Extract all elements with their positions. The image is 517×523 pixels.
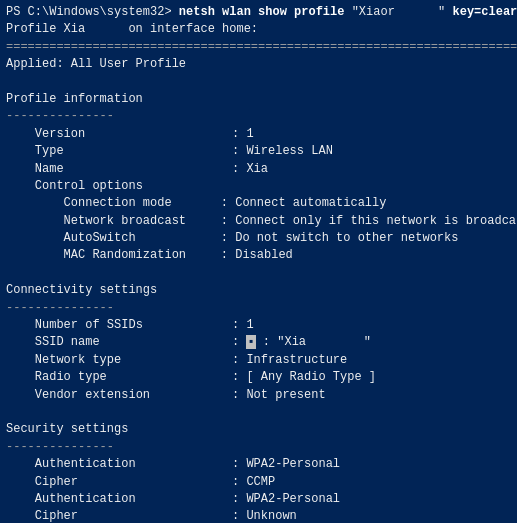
profile-arg: "Xiaor " <box>344 5 452 19</box>
applied-line: Applied: All User Profile <box>6 56 511 73</box>
field-version: Version : 1 <box>6 126 511 143</box>
label-version: Version <box>35 126 225 143</box>
label-ssid-name: SSID name <box>35 334 225 351</box>
field-mac-randomization: MAC Randomization : Disabled <box>6 247 511 264</box>
label-num-ssids: Number of SSIDs <box>35 317 225 334</box>
label-network-type: Network type <box>35 352 225 369</box>
field-vendor-ext: Vendor extension : Not present <box>6 387 511 404</box>
field-radio-type: Radio type : [ Any Radio Type ] <box>6 369 511 386</box>
label-mac-randomization: MAC Randomization <box>64 247 214 264</box>
dash1: --------------- <box>6 108 511 125</box>
spacer3 <box>6 404 511 421</box>
label-name: Name <box>35 161 225 178</box>
field-type: Type : Wireless LAN <box>6 143 511 160</box>
label-control-options: Control options <box>35 178 225 195</box>
field-cipher1: Cipher : CCMP <box>6 474 511 491</box>
label-auth1: Authentication <box>35 456 225 473</box>
label-type: Type <box>35 143 225 160</box>
field-connection-mode: Connection mode : Connect automatically <box>6 195 511 212</box>
field-cipher2: Cipher : Unknown <box>6 508 511 523</box>
field-ssid-name: SSID name : ▪ : "Xia " <box>6 334 511 351</box>
field-network-type: Network type : Infrastructure <box>6 352 511 369</box>
field-auth2: Authentication : WPA2-Personal <box>6 491 511 508</box>
command-line: PS C:\Windows\system32> netsh wlan show … <box>6 4 511 21</box>
field-name: Name : Xia <box>6 161 511 178</box>
ssid-icon: ▪ <box>246 335 255 349</box>
field-autoswitch: AutoSwitch : Do not switch to other netw… <box>6 230 511 247</box>
label-vendor-ext: Vendor extension <box>35 387 225 404</box>
security-header: Security settings <box>6 421 511 438</box>
label-cipher2: Cipher <box>35 508 225 523</box>
spacer2 <box>6 265 511 282</box>
dash2: --------------- <box>6 300 511 317</box>
dash3: --------------- <box>6 439 511 456</box>
profile-header-line: Profile Xia on interface home: <box>6 21 511 38</box>
label-connection-mode: Connection mode <box>64 195 214 212</box>
field-num-ssids: Number of SSIDs : 1 <box>6 317 511 334</box>
prompt: PS C:\Windows\system32> <box>6 5 179 19</box>
field-network-broadcast: Network broadcast : Connect only if this… <box>6 213 511 230</box>
label-cipher1: Cipher <box>35 474 225 491</box>
command-text: netsh wlan show profile <box>179 5 345 19</box>
field-control-options: Control options <box>6 178 511 195</box>
profile-info-header: Profile information <box>6 91 511 108</box>
key-param: key=clear <box>453 5 518 19</box>
connectivity-header: Connectivity settings <box>6 282 511 299</box>
label-radio-type: Radio type <box>35 369 225 386</box>
field-auth1: Authentication : WPA2-Personal <box>6 456 511 473</box>
terminal-window: PS C:\Windows\system32> netsh wlan show … <box>0 0 517 523</box>
label-network-broadcast: Network broadcast <box>64 213 214 230</box>
spacer1 <box>6 74 511 91</box>
label-autoswitch: AutoSwitch <box>64 230 214 247</box>
separator-line: ========================================… <box>6 39 511 56</box>
label-auth2: Authentication <box>35 491 225 508</box>
